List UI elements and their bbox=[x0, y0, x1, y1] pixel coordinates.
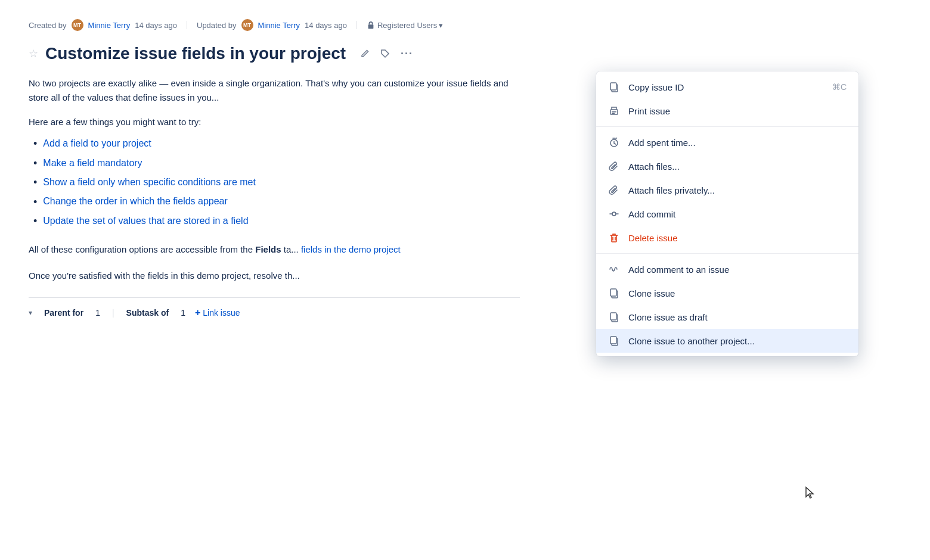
parent-count: 1 bbox=[95, 308, 100, 318]
list-item: Change the order in which the fields app… bbox=[33, 192, 520, 211]
clone-issue-draft-label: Clone issue as draft bbox=[628, 312, 847, 322]
meta-bar: Created by MT Minnie Terry 14 days ago U… bbox=[29, 19, 520, 31]
body-intro: No two projects are exactly alike — even… bbox=[29, 76, 520, 105]
star-icon[interactable]: ☆ bbox=[29, 47, 38, 60]
copy-icon bbox=[608, 81, 620, 93]
clone-another-project-label: Clone issue to another project... bbox=[628, 336, 847, 346]
dropdown-menu: Copy issue ID ⌘C Print issue bbox=[596, 71, 858, 356]
add-spent-time-label: Add spent time... bbox=[628, 138, 847, 148]
resolve-text: Once you're satisfied with the fields in… bbox=[29, 269, 520, 283]
clone-issue-item[interactable]: Clone issue bbox=[596, 281, 858, 305]
paperclip-icon bbox=[608, 160, 620, 172]
list-item: Make a field mandatory bbox=[33, 154, 520, 173]
attach-files-privately-item[interactable]: Attach files privately... bbox=[596, 178, 858, 202]
add-spent-time-item[interactable]: Add spent time... bbox=[596, 130, 858, 154]
list-item: Update the set of values that are stored… bbox=[33, 211, 520, 231]
clone-icon bbox=[608, 287, 620, 299]
tag-button[interactable] bbox=[378, 46, 392, 61]
svg-point-7 bbox=[612, 212, 616, 216]
try-header: Here are a few things you might want to … bbox=[29, 117, 520, 127]
attach-files-label: Attach files... bbox=[628, 161, 847, 172]
more-actions-button[interactable]: ··· bbox=[398, 45, 416, 63]
mouse-cursor bbox=[805, 486, 817, 500]
visibility-section: Registered Users ▾ bbox=[367, 21, 443, 30]
parent-for-label: Parent for bbox=[44, 308, 83, 318]
print-icon bbox=[608, 105, 620, 117]
clone-draft-icon bbox=[608, 311, 620, 323]
updated-ago: 14 days ago bbox=[305, 21, 347, 30]
updated-author-avatar: MT bbox=[241, 19, 253, 31]
created-ago: 14 days ago bbox=[135, 21, 177, 30]
add-commit-item[interactable]: Add commit bbox=[596, 202, 858, 226]
clone-project-icon bbox=[608, 335, 620, 347]
svg-rect-9 bbox=[610, 289, 616, 296]
main-content: Created by MT Minnie Terry 14 days ago U… bbox=[0, 0, 548, 337]
add-commit-label: Add commit bbox=[628, 209, 847, 219]
order-field-link[interactable]: Change the order in which the fields app… bbox=[43, 193, 228, 210]
issue-title: Customize issue fields in your project bbox=[45, 43, 346, 64]
add-comment-item[interactable]: Add comment to an issue bbox=[596, 257, 858, 281]
delete-issue-label: Delete issue bbox=[628, 233, 847, 243]
wave-icon bbox=[608, 263, 620, 275]
link-issue-label: Link issue bbox=[203, 308, 240, 318]
meta-separator-2 bbox=[356, 21, 357, 29]
fields-demo-link[interactable]: fields in the demo project bbox=[301, 244, 401, 254]
clone-issue-draft-item[interactable]: Clone issue as draft bbox=[596, 305, 858, 329]
svg-rect-2 bbox=[610, 83, 616, 90]
svg-rect-4 bbox=[612, 111, 616, 113]
lock-icon bbox=[367, 21, 375, 29]
plus-icon: + bbox=[195, 307, 200, 318]
expand-icon: ▾ bbox=[29, 309, 32, 317]
list-item: Add a field to your project bbox=[33, 134, 520, 153]
title-row: ☆ Customize issue fields in your project… bbox=[29, 43, 520, 64]
add-field-link[interactable]: Add a field to your project bbox=[43, 135, 151, 153]
mandatory-field-link[interactable]: Make a field mandatory bbox=[43, 155, 142, 172]
svg-rect-13 bbox=[610, 337, 616, 344]
subtask-count: 1 bbox=[181, 308, 185, 318]
updated-by-label: Updated by bbox=[197, 21, 237, 30]
print-issue-item[interactable]: Print issue bbox=[596, 99, 858, 123]
attach-files-item[interactable]: Attach files... bbox=[596, 154, 858, 178]
title-actions: ··· bbox=[358, 45, 416, 63]
svg-rect-0 bbox=[368, 24, 374, 29]
timer-icon bbox=[608, 136, 620, 148]
print-issue-label: Print issue bbox=[628, 106, 847, 116]
copy-issue-id-label: Copy issue ID bbox=[628, 82, 824, 92]
pencil-icon bbox=[360, 49, 370, 58]
clone-another-project-item[interactable]: Clone issue to another project... bbox=[596, 329, 858, 353]
created-by-label: Created by bbox=[29, 21, 67, 30]
add-comment-label: Add comment to an issue bbox=[628, 265, 847, 275]
list-item: Show a field only when specific conditio… bbox=[33, 173, 520, 192]
attach-files-privately-label: Attach files privately... bbox=[628, 185, 847, 195]
meta-separator bbox=[187, 21, 187, 29]
created-author-link[interactable]: Minnie Terry bbox=[88, 21, 131, 30]
footer-bar: ▾ Parent for 1 | Subtask of 1 + Link iss… bbox=[29, 297, 520, 318]
trash-icon bbox=[608, 232, 620, 244]
subtask-of-label: Subtask of bbox=[126, 308, 169, 318]
edit-title-button[interactable] bbox=[358, 46, 372, 61]
copy-shortcut: ⌘C bbox=[832, 82, 847, 92]
values-field-link[interactable]: Update the set of values that are stored… bbox=[43, 213, 248, 230]
menu-section-1: Copy issue ID ⌘C Print issue bbox=[596, 71, 858, 126]
menu-section-3: Add comment to an issue Clone issue bbox=[596, 253, 858, 356]
svg-rect-11 bbox=[610, 313, 616, 320]
page-wrapper: Created by MT Minnie Terry 14 days ago U… bbox=[0, 0, 930, 560]
visibility-label[interactable]: Registered Users ▾ bbox=[377, 21, 443, 30]
updated-author-link[interactable]: Minnie Terry bbox=[258, 21, 300, 30]
commit-icon bbox=[608, 208, 620, 220]
delete-issue-item[interactable]: Delete issue bbox=[596, 226, 858, 250]
clone-issue-label: Clone issue bbox=[628, 288, 847, 298]
issue-links-list: Add a field to your project Make a field… bbox=[29, 134, 520, 231]
bottom-text: All of these configuration options are a… bbox=[29, 242, 520, 257]
tag-icon bbox=[380, 49, 390, 58]
conditions-field-link[interactable]: Show a field only when specific conditio… bbox=[43, 174, 256, 191]
link-issue-button[interactable]: + Link issue bbox=[195, 307, 240, 318]
menu-section-2: Add spent time... Attach files... Attach… bbox=[596, 126, 858, 253]
created-author-avatar: MT bbox=[72, 19, 83, 31]
copy-issue-id-item[interactable]: Copy issue ID ⌘C bbox=[596, 75, 858, 99]
paperclip-private-icon bbox=[608, 184, 620, 196]
svg-rect-5 bbox=[612, 113, 615, 114]
